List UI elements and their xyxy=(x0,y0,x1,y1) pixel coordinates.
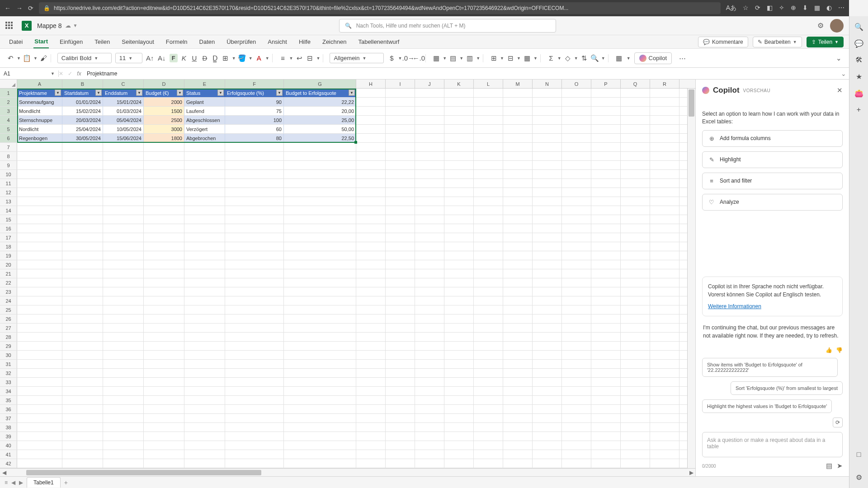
tab-teilen[interactable]: Teilen xyxy=(94,36,111,48)
cell[interactable] xyxy=(474,278,503,287)
cell[interactable] xyxy=(562,206,591,215)
cell[interactable] xyxy=(284,287,356,296)
cell[interactable] xyxy=(562,441,591,450)
cell[interactable] xyxy=(533,441,562,450)
tab-formeln[interactable]: Formeln xyxy=(165,36,189,48)
cell[interactable] xyxy=(591,305,621,314)
cell[interactable]: Sternschnuppe xyxy=(17,116,62,124)
cell[interactable] xyxy=(62,414,103,422)
cell[interactable] xyxy=(562,324,591,332)
cell[interactable]: Verzögert xyxy=(184,125,225,133)
cell[interactable] xyxy=(184,305,225,314)
cell[interactable] xyxy=(284,450,356,459)
row-header[interactable]: 28 xyxy=(0,333,17,341)
filter-button[interactable]: ▼ xyxy=(95,89,102,96)
col-header[interactable]: E xyxy=(184,80,225,88)
cell[interactable] xyxy=(284,342,356,350)
cell[interactable] xyxy=(184,378,225,386)
cell[interactable] xyxy=(386,369,415,377)
cell[interactable] xyxy=(444,206,474,215)
cell[interactable] xyxy=(474,432,503,441)
cell[interactable]: 25,00 xyxy=(284,116,356,124)
fill-color-icon[interactable]: 🪣 xyxy=(238,54,246,62)
cell[interactable] xyxy=(474,333,503,341)
cell[interactable] xyxy=(474,143,503,151)
cell[interactable] xyxy=(533,314,562,323)
row-header[interactable]: 31 xyxy=(0,360,17,368)
cell[interactable] xyxy=(650,450,679,459)
cell[interactable] xyxy=(284,378,356,386)
font-color-icon[interactable]: A xyxy=(255,54,263,62)
back-icon[interactable]: ← xyxy=(5,5,11,12)
cell[interactable] xyxy=(386,269,415,278)
cell[interactable] xyxy=(62,459,103,468)
cell[interactable] xyxy=(621,107,650,115)
cell[interactable] xyxy=(621,305,650,314)
cell[interactable] xyxy=(591,278,621,287)
cell[interactable] xyxy=(415,143,444,151)
cell[interactable] xyxy=(444,116,474,124)
row-header[interactable]: 20 xyxy=(0,260,17,269)
cell[interactable] xyxy=(184,324,225,332)
cell[interactable] xyxy=(386,260,415,269)
cell[interactable] xyxy=(62,278,103,287)
cell[interactable] xyxy=(17,188,62,197)
cell[interactable] xyxy=(386,224,415,233)
cell[interactable]: Abgeschlossen xyxy=(184,116,225,124)
menu-icon[interactable]: ⋯ xyxy=(838,4,844,12)
cell[interactable] xyxy=(225,387,284,395)
cell[interactable] xyxy=(356,224,386,233)
cell[interactable]: Projektname▼ xyxy=(17,89,62,97)
cell[interactable] xyxy=(225,405,284,413)
cell[interactable] xyxy=(503,314,533,323)
cell[interactable] xyxy=(17,432,62,441)
cell[interactable] xyxy=(184,450,225,459)
cell[interactable] xyxy=(356,396,386,404)
cell[interactable] xyxy=(444,143,474,151)
plus-icon[interactable]: + xyxy=(857,106,861,114)
cell[interactable] xyxy=(225,369,284,377)
cell[interactable] xyxy=(62,333,103,341)
cell[interactable] xyxy=(356,459,386,468)
find-icon[interactable]: 🔍 xyxy=(591,54,599,62)
cell[interactable] xyxy=(415,432,444,441)
cell[interactable] xyxy=(474,459,503,468)
share-button[interactable]: ⇪Teilen▼ xyxy=(807,37,844,47)
cell[interactable] xyxy=(415,206,444,215)
cell[interactable] xyxy=(415,342,444,350)
cell[interactable] xyxy=(284,197,356,206)
cell[interactable] xyxy=(184,432,225,441)
cell[interactable] xyxy=(621,125,650,133)
row-header[interactable]: 42 xyxy=(0,459,17,468)
cell[interactable] xyxy=(225,296,284,305)
cell[interactable]: 22,22 xyxy=(284,98,356,106)
avatar[interactable] xyxy=(830,19,844,33)
cell[interactable]: Abgebrochen xyxy=(184,134,225,142)
name-box[interactable]: A1▼ xyxy=(0,70,59,77)
cell[interactable] xyxy=(17,206,62,215)
cell[interactable] xyxy=(503,125,533,133)
cell[interactable] xyxy=(284,305,356,314)
search-input[interactable]: 🔍 Nach Tools, Hilfe und mehr suchen (ALT… xyxy=(339,19,556,33)
extension-icon[interactable]: ⟳ xyxy=(755,4,760,12)
font-size-dropdown[interactable]: 11▼ xyxy=(115,53,142,63)
cell[interactable] xyxy=(621,98,650,106)
row-header[interactable]: 13 xyxy=(0,197,17,206)
cell[interactable] xyxy=(225,251,284,260)
tab-zeichnen[interactable]: Zeichnen xyxy=(321,36,347,48)
undo-icon[interactable]: ↶ xyxy=(6,54,14,62)
cell[interactable] xyxy=(444,369,474,377)
cell[interactable] xyxy=(225,188,284,197)
cell[interactable] xyxy=(62,161,103,169)
cell[interactable] xyxy=(444,233,474,242)
cell[interactable] xyxy=(650,260,679,269)
cell[interactable] xyxy=(650,360,679,368)
borders-icon[interactable]: ⊞ xyxy=(222,54,230,62)
cell[interactable] xyxy=(415,260,444,269)
cell[interactable] xyxy=(533,116,562,124)
cell[interactable] xyxy=(386,351,415,359)
cell[interactable] xyxy=(562,242,591,251)
cell[interactable] xyxy=(415,459,444,468)
cell[interactable] xyxy=(103,405,144,413)
cell[interactable] xyxy=(184,459,225,468)
